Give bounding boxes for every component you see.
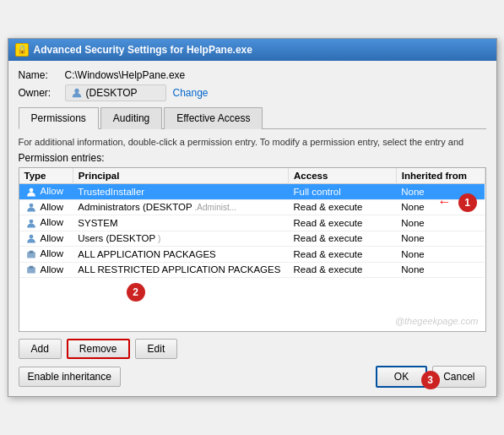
col-type: Type xyxy=(19,168,73,184)
cell-access: Full control xyxy=(289,184,397,199)
table-row[interactable]: Allow ALL RESTRICTED APPLICATION PACKAGE… xyxy=(19,262,485,277)
svg-point-3 xyxy=(29,219,33,223)
name-field-row: Name: C:\Windows\HelpPane.exe xyxy=(19,69,486,81)
cell-access: Read & execute xyxy=(289,247,397,262)
watermark: @thegeekpage.com xyxy=(395,316,479,326)
window-title: Advanced Security Settings for HelpPane.… xyxy=(34,44,252,56)
owner-user-icon xyxy=(71,87,83,99)
col-inherited: Inherited from xyxy=(396,168,485,184)
tab-permissions[interactable]: Permissions xyxy=(19,107,99,129)
cancel-button[interactable]: Cancel xyxy=(432,366,485,388)
footer-row: Enable inheritance OK Cancel 3 xyxy=(19,366,486,388)
enable-inheritance-button[interactable]: Enable inheritance xyxy=(19,367,121,387)
svg-point-0 xyxy=(74,89,79,93)
owner-field-row: Owner: (DESKTOP Change xyxy=(19,84,486,101)
cell-inherited: None xyxy=(396,215,485,231)
owner-value: (DESKTOP xyxy=(86,87,138,99)
tab-effective-access[interactable]: Effective Access xyxy=(164,107,263,129)
cell-type: Allow xyxy=(19,184,73,199)
cell-inherited: None xyxy=(396,262,485,277)
selection-arrow: ← xyxy=(438,194,452,209)
advanced-security-window: 🔒 Advanced Security Settings for HelpPan… xyxy=(8,38,497,397)
owner-box: (DESKTOP xyxy=(65,84,166,101)
cell-access: Read & execute xyxy=(289,262,397,277)
tabs-container: Permissions Auditing Effective Access xyxy=(19,106,486,129)
badge-1: 1 xyxy=(458,193,477,212)
remove-button[interactable]: Remove xyxy=(67,339,130,359)
cell-principal: ALL APPLICATION PACKAGES xyxy=(73,247,288,262)
table-row[interactable]: Allow SYSTEM Read & execute None xyxy=(19,215,485,231)
svg-point-4 xyxy=(29,235,33,239)
cell-type: Allow xyxy=(19,199,73,215)
name-label: Name: xyxy=(19,69,65,81)
table-row[interactable]: Allow Users (DESKTOP ) Read & execute No… xyxy=(19,231,485,246)
tab-auditing[interactable]: Auditing xyxy=(100,107,162,129)
table-row[interactable]: Allow ALL APPLICATION PACKAGES Read & ex… xyxy=(19,247,485,262)
permission-entries-label: Permission entries: xyxy=(19,152,486,164)
add-button[interactable]: Add xyxy=(19,339,62,359)
badge-2: 2 xyxy=(127,283,145,302)
name-value: C:\Windows\HelpPane.exe xyxy=(65,69,186,81)
table-row[interactable]: Allow Administrators (DESKTOP .Administ.… xyxy=(19,199,485,215)
window-icon: 🔒 xyxy=(15,43,29,57)
permissions-table: Type Principal Access Inherited from All… xyxy=(19,168,485,278)
svg-rect-8 xyxy=(29,266,33,269)
cell-inherited: None xyxy=(396,247,485,262)
cell-type: Allow xyxy=(19,231,73,246)
ok-button[interactable]: OK xyxy=(376,366,427,388)
cell-principal: TrustedInstaller xyxy=(73,184,288,199)
cell-access: Read & execute xyxy=(289,231,397,246)
cell-access: Read & execute xyxy=(289,215,397,231)
action-buttons: Add Remove Edit 2 xyxy=(19,339,486,359)
badge-3: 3 xyxy=(421,371,440,389)
cell-principal: Users (DESKTOP ) xyxy=(73,231,288,246)
permissions-table-container: Type Principal Access Inherited from All… xyxy=(19,167,486,332)
description-text: For additional information, double-click… xyxy=(19,136,486,149)
table-header: Type Principal Access Inherited from xyxy=(19,168,485,184)
table-body: Allow TrustedInstaller Full control None… xyxy=(19,184,485,278)
cell-principal: SYSTEM xyxy=(73,215,288,231)
change-owner-link[interactable]: Change xyxy=(173,87,209,99)
cell-access: Read & execute xyxy=(289,199,397,215)
col-access: Access xyxy=(289,168,397,184)
title-bar: 🔒 Advanced Security Settings for HelpPan… xyxy=(8,39,496,61)
col-principal: Principal xyxy=(73,168,288,184)
cell-type: Allow xyxy=(19,247,73,262)
edit-button[interactable]: Edit xyxy=(135,339,178,359)
cell-type: Allow xyxy=(19,215,73,231)
cell-inherited: None xyxy=(396,231,485,246)
svg-point-2 xyxy=(29,204,33,208)
svg-rect-6 xyxy=(29,250,33,253)
svg-point-1 xyxy=(29,188,33,192)
cell-principal: ALL RESTRICTED APPLICATION PACKAGES xyxy=(73,262,288,277)
owner-label: Owner: xyxy=(19,87,65,99)
cell-principal: Administrators (DESKTOP .Administ... xyxy=(73,199,288,215)
cell-type: Allow xyxy=(19,262,73,277)
table-row[interactable]: Allow TrustedInstaller Full control None xyxy=(19,184,485,199)
